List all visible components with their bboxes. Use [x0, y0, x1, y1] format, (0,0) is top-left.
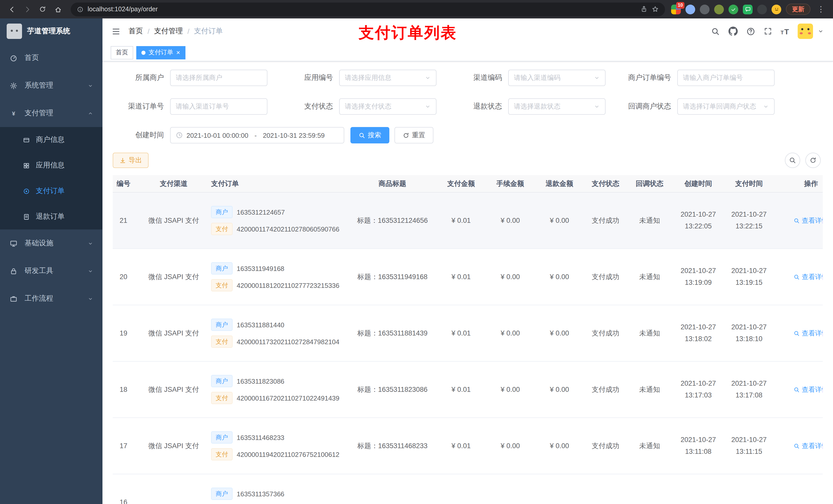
- export-button[interactable]: 导出: [113, 153, 148, 168]
- view-detail-link[interactable]: 查看详情: [793, 272, 823, 282]
- search-button[interactable]: 搜索: [351, 127, 389, 143]
- logo[interactable]: 芋道管理系统: [0, 19, 102, 44]
- extension-chat-icon[interactable]: [743, 4, 753, 14]
- cell-pay-status: 支付成功: [584, 216, 627, 225]
- placeholder-text: 请输入商户订单编号: [683, 73, 743, 82]
- pay-status-select[interactable]: 请选择支付状态: [339, 98, 436, 115]
- sidebar-toggle-icon[interactable]: [112, 27, 120, 35]
- sidebar-item-merchant-info[interactable]: 商户信息: [0, 127, 102, 153]
- sidebar-item-label: 基础设施: [25, 239, 53, 248]
- sidebar-item-home[interactable]: 首页: [0, 44, 102, 72]
- placeholder-text: 请输入渠道订单号: [176, 102, 229, 111]
- tab-home[interactable]: 首页: [111, 46, 133, 59]
- fullscreen-icon[interactable]: [764, 27, 772, 35]
- sidebar-item-refund-order[interactable]: 退款订单: [0, 204, 102, 230]
- filter-field-label: 所属商户: [113, 73, 170, 82]
- channel-code-select[interactable]: 请输入渠道编码: [508, 70, 605, 86]
- placeholder-text: 请选择所属商户: [176, 73, 222, 82]
- table-row[interactable]: 16 商户 1635311357366 支付: [113, 474, 823, 504]
- cell-action: 查看详情: [774, 385, 823, 394]
- extension-olive-icon[interactable]: [714, 4, 724, 14]
- table-row[interactable]: 17 微信 JSAPI 支付 商户 1635311468233 支付 42000…: [113, 418, 823, 474]
- sidebar-item-system[interactable]: 系统管理: [0, 72, 102, 99]
- merchant-order-no: 1635311949168: [237, 265, 284, 272]
- extension-blue-icon[interactable]: [686, 4, 695, 14]
- cell-id: 21: [113, 217, 142, 224]
- merchant-order-no: 1635312124657: [237, 208, 285, 216]
- chevron-down-icon: [88, 268, 93, 274]
- sidebar-item-app-info[interactable]: 应用信息: [0, 153, 102, 178]
- sidebar-item-pay-order[interactable]: 支付订单: [0, 178, 102, 204]
- back-icon[interactable]: [5, 3, 19, 16]
- refresh-icon[interactable]: [36, 3, 49, 16]
- column-header: 手续金额: [486, 179, 535, 188]
- pay-tag: 支付: [211, 335, 233, 348]
- font-size-icon[interactable]: TT: [781, 27, 789, 35]
- page-content: 所属商户 请选择所属商户 应用编号 请选择应用信息 渠道编码 请输入渠道编码 商…: [102, 62, 833, 504]
- breadcrumb: 首页/支付管理/支付订单: [128, 27, 223, 36]
- cell-pay-status: 支付成功: [584, 329, 627, 338]
- avatar[interactable]: [798, 24, 813, 39]
- extension-colorful-icon[interactable]: 10: [671, 4, 681, 14]
- filter-field-label: 支付状态: [282, 102, 339, 111]
- refund-status-select[interactable]: 请选择退款状态: [508, 98, 605, 115]
- browser-update-button[interactable]: 更新: [786, 4, 810, 15]
- breadcrumb-item[interactable]: 首页: [128, 27, 143, 36]
- sidebar-menu: 首页 系统管理 ¥ 支付管理 商户信息 应用信息 支付订单 退款订单 基础设施 …: [0, 44, 102, 312]
- sidebar-item-infrastructure[interactable]: 基础设施: [0, 230, 102, 257]
- tabs-bar: 首页支付订单×: [102, 44, 833, 62]
- profile-avatar-icon[interactable]: [771, 4, 781, 14]
- notify-status-select[interactable]: 请选择订单回调商户状态: [677, 98, 775, 115]
- extension-dark-icon[interactable]: [700, 4, 710, 14]
- view-detail-link[interactable]: 查看详情: [793, 385, 823, 394]
- table-row[interactable]: 18 微信 JSAPI 支付 商户 1635311823086 支付 42000…: [113, 362, 823, 418]
- avatar-caret-icon[interactable]: [818, 28, 824, 34]
- home-icon[interactable]: [51, 3, 65, 16]
- cell-pay-order: 商户 1635311949168 支付 42000011812021102777…: [205, 262, 348, 291]
- merchant-order-no-input[interactable]: 请输入商户订单编号: [677, 70, 775, 86]
- table-row[interactable]: 20 微信 JSAPI 支付 商户 1635311949168 支付 42000…: [113, 249, 823, 305]
- merchant-order-no: 1635311357366: [237, 490, 284, 498]
- site-info-icon[interactable]: [77, 6, 84, 13]
- cell-pay-time: 2021-10-2713:19:15: [724, 265, 774, 288]
- github-icon[interactable]: [728, 27, 737, 36]
- sidebar-item-label: 首页: [25, 53, 39, 63]
- column-header: 支付时间: [724, 179, 774, 188]
- table-row[interactable]: 21 微信 JSAPI 支付 商户 1635312124657 支付 42000…: [113, 193, 823, 249]
- sidebar-item-workflow[interactable]: 工作流程: [0, 285, 102, 312]
- cell-refund-amount: ¥ 0.00: [535, 329, 584, 337]
- cell-title: 标题：1635311881439: [348, 329, 436, 338]
- channel-order-no-input[interactable]: 请输入渠道订单号: [170, 98, 267, 115]
- filter-field-label: 商户订单编号: [620, 73, 677, 82]
- header-search-icon[interactable]: [711, 27, 719, 35]
- help-icon[interactable]: [746, 27, 755, 35]
- filter-field: 退款状态 请选择退款状态: [451, 98, 620, 115]
- tab-label: 支付订单: [148, 48, 173, 57]
- extension-check-icon[interactable]: [729, 4, 738, 14]
- merchant-input[interactable]: 请选择所属商户: [170, 70, 267, 86]
- table-row[interactable]: 19 微信 JSAPI 支付 商户 1635311881440 支付 42000…: [113, 305, 823, 362]
- bookmark-star-icon[interactable]: [652, 6, 659, 13]
- app-no-select[interactable]: 请选择应用信息: [339, 70, 436, 86]
- share-icon[interactable]: [640, 6, 647, 13]
- breadcrumb-item[interactable]: 支付管理: [154, 27, 183, 36]
- view-detail-link[interactable]: 查看详情: [793, 329, 823, 338]
- sidebar-item-devtools[interactable]: 研发工具: [0, 257, 102, 285]
- tab-pay-order[interactable]: 支付订单×: [136, 46, 185, 59]
- create-time-range-input[interactable]: 2021-10-01 00:00:00 - 2021-10-31 23:59:5…: [170, 127, 344, 143]
- view-detail-link[interactable]: 查看详情: [793, 441, 823, 451]
- reset-button[interactable]: 重置: [395, 127, 433, 143]
- extension-pin-icon[interactable]: [757, 4, 767, 14]
- magnifier-icon: [793, 330, 800, 336]
- chevron-down-icon: [763, 103, 769, 110]
- placeholder-text: 请选择应用信息: [345, 73, 391, 82]
- close-icon[interactable]: ×: [176, 49, 180, 56]
- view-detail-link[interactable]: 查看详情: [793, 216, 823, 225]
- sidebar-item-payment[interactable]: ¥ 支付管理: [0, 99, 102, 127]
- refresh-table-button[interactable]: [805, 153, 821, 168]
- magnifier-icon: [793, 217, 800, 223]
- forward-icon[interactable]: [21, 3, 34, 16]
- browser-menu-icon[interactable]: ⋮: [815, 5, 827, 14]
- url-bar[interactable]: localhost:1024/pay/order: [71, 2, 665, 16]
- toggle-search-button[interactable]: [785, 153, 800, 168]
